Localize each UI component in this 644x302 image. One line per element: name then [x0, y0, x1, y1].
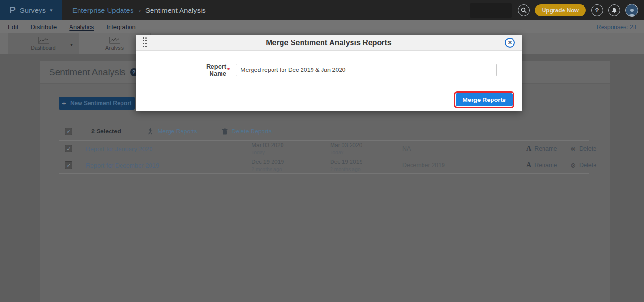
row-checkbox[interactable]: ✓	[65, 145, 72, 152]
chevron-down-icon[interactable]: ▾	[70, 42, 73, 47]
delete-reports-action[interactable]: Delete Reports	[222, 128, 272, 135]
rename-label: Rename	[534, 145, 557, 152]
top-navbar: P Surveys ▾ Enterprise Updates › Sentime…	[0, 0, 644, 20]
search-input[interactable]	[470, 3, 512, 18]
modified-date-relative: Today	[330, 150, 402, 155]
select-all-checkbox[interactable]: ✓	[65, 128, 72, 135]
report-period: December 2019	[402, 162, 526, 169]
upgrade-now-button[interactable]: Upgrade Now	[535, 4, 586, 16]
page-title: Sentiment Analysis	[49, 67, 126, 78]
selection-header-row: ✓ 2 Selected Merge Reports Delete Report…	[59, 123, 589, 141]
modified-date-relative: 2 months ago	[330, 166, 402, 172]
modal-body: Report Name *	[136, 51, 522, 89]
breadcrumb-current-page: Sentiment Analysis	[145, 6, 206, 14]
report-name-input[interactable]	[236, 64, 497, 76]
report-name[interactable]: Report for January 2020	[86, 145, 252, 152]
delete-action[interactable]: ⊗ Delete	[570, 145, 596, 152]
topbar-actions: Upgrade Now ?	[470, 3, 644, 18]
modified-date: Mar 03 2020	[330, 142, 402, 149]
search-button[interactable]	[518, 4, 530, 16]
modified-date-cell: Dec 19 2019 2 months ago	[330, 159, 402, 172]
breadcrumb: Enterprise Updates › Sentiment Analysis	[72, 6, 206, 14]
chevron-down-icon: ▾	[50, 7, 53, 13]
tab-integration[interactable]: Integration	[106, 23, 135, 31]
tab-analytics[interactable]: Analytics	[69, 23, 94, 31]
created-date-cell: Dec 19 2019 2 months ago	[252, 159, 330, 172]
zigzag-chart-icon	[109, 37, 121, 44]
bell-icon	[611, 7, 617, 14]
required-asterisk: *	[227, 66, 230, 73]
row-actions: A Rename ⊗ Delete	[526, 145, 602, 152]
modified-date-cell: Mar 03 2020 Today	[330, 142, 402, 155]
delete-label: Delete	[579, 145, 596, 152]
table-row: ✓ Report for December 2019 Dec 19 2019 2…	[59, 157, 589, 174]
modal-close-button[interactable]: ✕	[505, 38, 515, 48]
survey-section-nav: Edit Distribute Analytics Integration Re…	[0, 20, 644, 33]
rename-icon: A	[526, 161, 531, 169]
merge-reports-label: Merge Reports	[158, 128, 197, 135]
rename-label: Rename	[534, 162, 557, 169]
merge-reports-modal: Merge Sentiment Analysis Reports ✕ Repor…	[136, 35, 522, 111]
delete-label: Delete	[579, 162, 596, 169]
notifications-button[interactable]	[608, 4, 620, 16]
toolbar-tab-dashboard[interactable]: Dashboard ▾	[8, 33, 79, 54]
responses-count: Responses: 28	[597, 24, 636, 30]
created-date-relative: 2 months ago	[252, 166, 330, 172]
created-date-relative: Today	[252, 150, 330, 155]
breadcrumb-survey-name[interactable]: Enterprise Updates	[72, 6, 133, 14]
report-period: NA	[402, 145, 526, 152]
product-name: Surveys	[20, 6, 46, 14]
breadcrumb-separator-icon: ›	[138, 7, 141, 14]
delete-reports-label: Delete Reports	[232, 128, 272, 135]
merge-reports-submit-button[interactable]: Merge Reports	[456, 93, 513, 106]
modified-date: Dec 19 2019	[330, 159, 402, 165]
selected-count: 2 Selected	[91, 128, 121, 135]
help-button[interactable]: ?	[591, 4, 603, 16]
circle-x-icon: ⊗	[570, 161, 576, 169]
user-avatar[interactable]	[625, 4, 638, 17]
toolbar-tab-label: Analysis	[105, 45, 124, 50]
table-row: ✓ Report for January 2020 Mar 03 2020 To…	[59, 141, 589, 157]
tab-distribute[interactable]: Distribute	[30, 23, 57, 31]
report-name-label: Report Name	[188, 63, 226, 77]
rename-icon: A	[526, 145, 531, 152]
row-actions: A Rename ⊗ Delete	[526, 161, 602, 169]
rename-action[interactable]: A Rename	[526, 145, 557, 152]
modal-header: Merge Sentiment Analysis Reports ✕	[136, 35, 522, 51]
created-date-cell: Mar 03 2020 Today	[252, 142, 330, 155]
close-icon: ✕	[508, 40, 512, 45]
merge-icon	[147, 128, 153, 135]
created-date: Dec 19 2019	[252, 159, 330, 165]
modal-title: Merge Sentiment Analysis Reports	[136, 39, 522, 47]
questionpro-logo-icon: P	[9, 5, 15, 16]
delete-action[interactable]: ⊗ Delete	[570, 161, 596, 169]
circle-x-icon: ⊗	[570, 145, 576, 152]
tab-edit[interactable]: Edit	[8, 23, 18, 31]
report-name[interactable]: Report for December 2019	[86, 162, 252, 169]
rename-action[interactable]: A Rename	[526, 161, 557, 169]
product-switcher[interactable]: P Surveys ▾	[0, 0, 62, 20]
new-sentiment-report-button[interactable]: + New Sentiment Report	[59, 97, 135, 110]
line-chart-icon	[38, 37, 49, 44]
row-checkbox[interactable]: ✓	[65, 161, 72, 169]
modal-footer: Merge Reports	[136, 89, 522, 110]
trash-icon	[222, 128, 228, 135]
reports-table: ✓ 2 Selected Merge Reports Delete Report…	[59, 123, 589, 174]
search-icon	[521, 7, 527, 13]
toolbar-tab-label: Dashboard	[31, 45, 55, 50]
question-icon: ?	[595, 7, 599, 14]
plus-icon: +	[62, 99, 66, 107]
new-report-label: New Sentiment Report	[70, 100, 131, 107]
created-date: Mar 03 2020	[252, 142, 330, 149]
person-icon	[627, 7, 636, 16]
merge-reports-action[interactable]: Merge Reports	[147, 128, 197, 135]
